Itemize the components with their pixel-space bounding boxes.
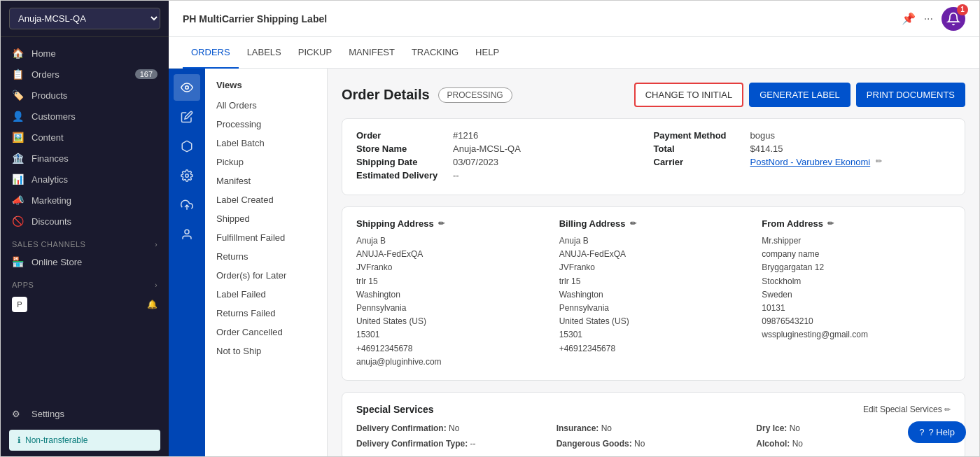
notification-bell[interactable]: 1 bbox=[941, 7, 965, 31]
topbar-right: 📌 ··· 1 bbox=[902, 7, 965, 31]
nav-tabs: ORDERS LABELS PICKUP MANIFEST TRACKING H… bbox=[169, 37, 979, 69]
payment-method-label: Payment Method bbox=[654, 130, 745, 141]
edit-icon-btn[interactable] bbox=[174, 104, 200, 130]
view-item-label-batch[interactable]: Label Batch bbox=[205, 134, 327, 153]
package-icon-btn[interactable] bbox=[174, 133, 200, 160]
sales-channels-arrow[interactable]: › bbox=[155, 241, 158, 248]
sidebar-item-content[interactable]: 🖼️ Content bbox=[1, 127, 169, 148]
view-item-returns-failed[interactable]: Returns Failed bbox=[205, 304, 327, 323]
status-badge: PROCESSING bbox=[438, 87, 512, 103]
sidebar-item-discounts[interactable]: 🚫 Discounts bbox=[1, 211, 169, 232]
topbar-title: PH MultiCarrier Shipping Label bbox=[183, 13, 327, 24]
tab-pickup[interactable]: PICKUP bbox=[290, 37, 340, 69]
view-item-not-to-ship[interactable]: Not to Ship bbox=[205, 342, 327, 360]
view-item-pickup[interactable]: Pickup bbox=[205, 153, 327, 171]
tab-tracking[interactable]: TRACKING bbox=[403, 37, 467, 69]
shipping-address-lines: Anuja BANUJA-FedExQAJVFrankotrlr 15Washi… bbox=[356, 234, 545, 369]
store-name-value: Anuja-MCSL-QA bbox=[453, 143, 521, 154]
svg-point-1 bbox=[186, 174, 189, 178]
order-info-card: Order #1216 Store Name Anuja-MCSL-QA Shi… bbox=[342, 118, 965, 195]
billing-edit-icon[interactable]: ✏ bbox=[630, 219, 636, 228]
edit-special-services-link[interactable]: Edit Special Services ✏ bbox=[863, 405, 951, 414]
view-icon-btn[interactable] bbox=[174, 74, 200, 101]
sidebar-item-app[interactable]: P 🔔 bbox=[1, 292, 169, 317]
sidebar-item-customers[interactable]: 👤 Customers bbox=[1, 106, 169, 127]
store-dropdown[interactable]: Anuja-MCSL-QA bbox=[9, 8, 160, 29]
customers-icon: 👤 bbox=[12, 111, 24, 122]
help-button[interactable]: ? ? Help bbox=[908, 421, 966, 443]
order-info-left: Order #1216 Store Name Anuja-MCSL-QA Shi… bbox=[356, 130, 654, 183]
special-services-edit-icon[interactable]: ✏ bbox=[944, 405, 951, 414]
tab-labels[interactable]: LABELS bbox=[239, 37, 290, 69]
order-info-right: Payment Method bogus Total $414.15 Carri… bbox=[654, 130, 951, 183]
carrier-value[interactable]: PostNord - Varubrev Ekonomi bbox=[750, 157, 871, 167]
special-services-header: Special Services Edit Special Services ✏ bbox=[356, 404, 951, 415]
view-item-orders-later[interactable]: Order(s) for Later bbox=[205, 266, 327, 285]
order-title: Order Details bbox=[342, 87, 430, 103]
sidebar-item-analytics[interactable]: 📊 Analytics bbox=[1, 169, 169, 190]
order-row: Order #1216 bbox=[356, 130, 654, 141]
sidebar-item-finances[interactable]: 🏦 Finances bbox=[1, 148, 169, 169]
views-panel: Views All Orders Processing Label Batch … bbox=[205, 69, 328, 456]
view-item-order-cancelled[interactable]: Order Cancelled bbox=[205, 323, 327, 342]
upload-icon-btn[interactable] bbox=[174, 192, 200, 218]
insurance: Insurance: No bbox=[556, 423, 751, 433]
shipping-date-label: Shipping Date bbox=[356, 157, 447, 167]
from-address-block: From Address ✏ Mr.shippercompany nameBry… bbox=[762, 218, 951, 369]
view-item-returns[interactable]: Returns bbox=[205, 247, 327, 266]
tab-help[interactable]: HELP bbox=[467, 37, 507, 69]
view-item-fulfillment-failed[interactable]: Fulfillment Failed bbox=[205, 228, 327, 247]
sidebar-item-marketing[interactable]: 📣 Marketing bbox=[1, 190, 169, 211]
marketing-icon: 📣 bbox=[12, 195, 24, 206]
sidebar-item-online-store[interactable]: 🏪 Online Store bbox=[1, 251, 169, 272]
total-label: Total bbox=[654, 143, 745, 154]
orders-icon: 📋 bbox=[12, 69, 24, 80]
tab-manifest[interactable]: MANIFEST bbox=[340, 37, 403, 69]
view-item-all-orders[interactable]: All Orders bbox=[205, 96, 327, 115]
special-services-card: Special Services Edit Special Services ✏… bbox=[342, 392, 965, 456]
view-item-shipped[interactable]: Shipped bbox=[205, 209, 327, 228]
change-to-initial-button[interactable]: CHANGE TO INITIAL bbox=[634, 83, 744, 107]
user2-icon-btn[interactable] bbox=[174, 221, 200, 248]
sidebar: Anuja-MCSL-QA 🏠 Home 📋 Orders 167 🏷️ Pro… bbox=[1, 1, 169, 456]
shipping-edit-icon[interactable]: ✏ bbox=[438, 219, 444, 228]
address-card: Shipping Address ✏ Anuja BANUJA-FedExQAJ… bbox=[342, 206, 965, 381]
order-actions: CHANGE TO INITIAL GENERATE LABEL PRINT D… bbox=[634, 83, 965, 107]
pin-icon[interactable]: 📌 bbox=[902, 12, 916, 25]
carrier-edit-icon[interactable]: ✏ bbox=[876, 157, 882, 167]
analytics-icon: 📊 bbox=[12, 174, 24, 185]
online-store-icon: 🏪 bbox=[12, 256, 24, 267]
svg-point-0 bbox=[186, 86, 189, 90]
shipping-address-block: Shipping Address ✏ Anuja BANUJA-FedExQAJ… bbox=[356, 218, 545, 369]
store-row: Store Name Anuja-MCSL-QA bbox=[356, 143, 654, 154]
estimated-delivery-label: Estimated Delivery bbox=[356, 170, 447, 181]
view-item-label-failed[interactable]: Label Failed bbox=[205, 285, 327, 304]
print-documents-button[interactable]: PRINT DOCUMENTS bbox=[856, 83, 965, 107]
home-icon: 🏠 bbox=[12, 48, 24, 59]
svg-point-3 bbox=[185, 230, 189, 234]
tab-orders[interactable]: ORDERS bbox=[183, 37, 239, 69]
order-header: Order Details PROCESSING CHANGE TO INITI… bbox=[342, 83, 965, 107]
store-selector[interactable]: Anuja-MCSL-QA bbox=[1, 1, 169, 37]
apps-arrow[interactable]: › bbox=[155, 281, 158, 289]
sidebar-item-home[interactable]: 🏠 Home bbox=[1, 43, 169, 64]
discounts-icon: 🚫 bbox=[12, 216, 24, 227]
from-address-lines: Mr.shippercompany nameBryggargatan 12Sto… bbox=[762, 234, 951, 342]
view-item-label-created[interactable]: Label Created bbox=[205, 190, 327, 209]
view-item-manifest[interactable]: Manifest bbox=[205, 171, 327, 190]
settings2-icon-btn[interactable] bbox=[174, 162, 200, 189]
address-section: Shipping Address ✏ Anuja BANUJA-FedExQAJ… bbox=[356, 218, 951, 369]
sidebar-item-products[interactable]: 🏷️ Products bbox=[1, 85, 169, 106]
view-item-processing[interactable]: Processing bbox=[205, 115, 327, 134]
settings-item[interactable]: ⚙ Settings bbox=[1, 404, 169, 424]
sidebar-item-orders[interactable]: 📋 Orders 167 bbox=[1, 64, 169, 85]
from-edit-icon[interactable]: ✏ bbox=[827, 219, 834, 228]
generate-label-button[interactable]: GENERATE LABEL bbox=[749, 83, 850, 107]
more-options-icon[interactable]: ··· bbox=[924, 13, 933, 25]
help-icon: ? bbox=[919, 427, 924, 437]
delivery-confirmation: Delivery Confirmation: No bbox=[356, 423, 551, 433]
shipping-date-row: Shipping Date 03/07/2023 bbox=[356, 157, 654, 167]
user-avatar[interactable]: 1 bbox=[941, 7, 965, 31]
special-services-title: Special Services bbox=[356, 404, 434, 415]
orders-badge: 167 bbox=[135, 69, 158, 79]
